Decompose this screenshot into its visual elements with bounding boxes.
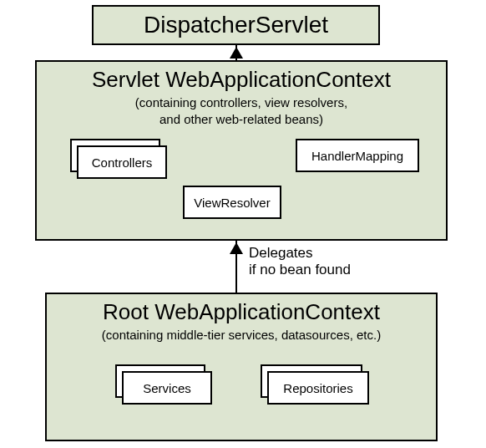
repositories-box: Repositories <box>267 371 369 405</box>
servlet-context-subtitle-1: (containing controllers, view resolvers, <box>37 94 446 111</box>
root-context-title: Root WebApplicationContext <box>47 299 436 325</box>
root-context-subtitle: (containing middle-tier services, dataso… <box>47 327 436 344</box>
dispatcher-title: DispatcherServlet <box>144 12 328 38</box>
services-label: Services <box>143 381 191 395</box>
viewresolver-box: ViewResolver <box>183 186 281 219</box>
delegates-label-line2: if no bean found <box>249 262 351 278</box>
arrow-head-1 <box>230 47 243 59</box>
dispatcher-servlet-box: DispatcherServlet <box>92 5 380 45</box>
viewresolver-label: ViewResolver <box>194 196 270 210</box>
servlet-context-title: Servlet WebApplicationContext <box>37 67 446 93</box>
servlet-context-box: Servlet WebApplicationContext (containin… <box>35 60 448 241</box>
handlermapping-label: HandlerMapping <box>311 149 403 163</box>
arrow-head-2 <box>230 242 243 254</box>
controllers-box: Controllers <box>77 145 167 179</box>
services-box: Services <box>122 371 212 405</box>
controllers-label: Controllers <box>92 155 153 170</box>
root-context-box: Root WebApplicationContext (containing m… <box>45 293 438 441</box>
handlermapping-box: HandlerMapping <box>296 139 419 172</box>
repositories-label: Repositories <box>283 381 352 395</box>
servlet-context-subtitle-2: and other web-related beans) <box>37 111 446 128</box>
delegates-label-line1: Delegates <box>249 245 313 262</box>
